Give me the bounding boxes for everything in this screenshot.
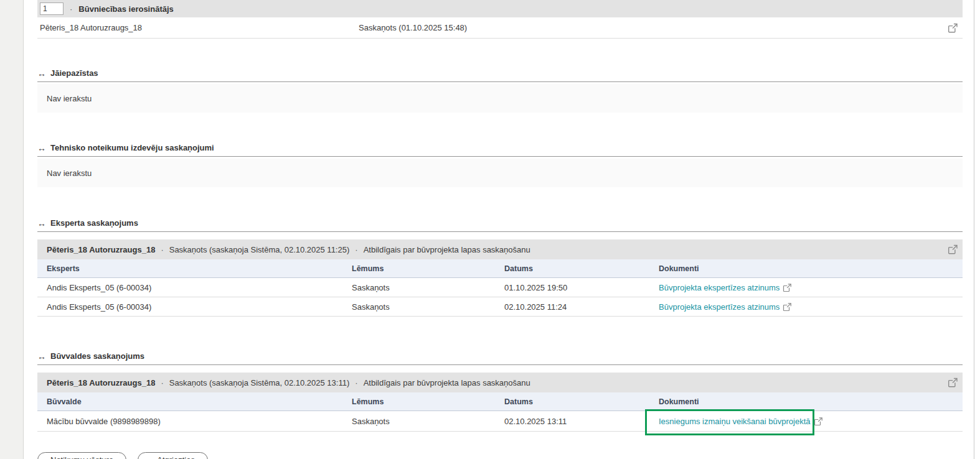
initiator-section-title: Būvniecības ierosinātājs — [78, 4, 173, 14]
column-header: Dokumenti — [649, 264, 963, 273]
vertical-scrollbar[interactable] — [974, 0, 974, 459]
date: 01.10.2025 19:50 — [495, 283, 649, 292]
section-heading-jaiepazistas: ↔ Jāiepazīstas — [37, 68, 963, 82]
participant-role: Atbildīgais par būvprojekta lapas saskaņ… — [364, 378, 530, 387]
column-header: Datums — [495, 264, 649, 273]
open-external-icon — [783, 302, 792, 312]
date: 02.10.2025 13:11 — [495, 417, 649, 426]
participant-status: Saskaņots (saskaņoja Sistēma, 02.10.2025… — [169, 245, 350, 254]
column-header: Lēmums — [342, 264, 495, 273]
participant-name: Pēteris_18 Autoruzraugs_18 — [47, 378, 155, 387]
separator-dot: · — [355, 245, 357, 254]
decision: Saskaņots — [342, 283, 495, 292]
document-link-label: Iesniegums izmaiņu veikšanai būvprojektā — [659, 417, 811, 426]
decision: Saskaņots — [342, 417, 495, 426]
separator-dot: · — [355, 378, 357, 387]
empty-state-row: Nav ierakstu — [37, 84, 963, 113]
date: 02.10.2025 11:24 — [495, 302, 649, 312]
column-header: Eksperts — [37, 264, 342, 273]
table-row: Mācību būvvalde (9898989898) Saskaņots 0… — [37, 411, 963, 432]
document-link[interactable]: Būvprojekta ekspertīzes atzinums — [659, 302, 792, 312]
participant-role: Atbildīgais par būvprojekta lapas saskaņ… — [364, 245, 530, 254]
expand-arrows-icon: ↔ — [37, 144, 46, 152]
section-heading-tehnisko: ↔ Tehnisko noteikumu izdevēju saskaņojum… — [37, 143, 963, 157]
document-link-label: Būvprojekta ekspertīzes atzinums — [659, 283, 780, 292]
section-heading-buvvaldes: ↔ Būvvaldes saskaņojums — [37, 351, 963, 365]
empty-state-row: Nav ierakstu — [37, 159, 963, 187]
column-header: Datums — [495, 397, 649, 406]
buvvalde-table-header: Būvvalde Lēmums Datums Dokumenti — [37, 392, 963, 411]
expert-name: Andis Eksperts_05 (6-00034) — [37, 283, 342, 292]
back-button[interactable]: « Atgriezties — [138, 452, 208, 459]
document-link-label: Būvprojekta ekspertīzes atzinums — [659, 302, 780, 312]
section-title: Jāiepazīstas — [50, 68, 98, 78]
column-header: Būvvalde — [37, 397, 342, 406]
table-row: Andis Eksperts_05 (6-00034) Saskaņots 02… — [37, 297, 963, 317]
empty-state-text: Nav ierakstu — [47, 94, 92, 103]
left-sidebar-strip — [0, 0, 24, 459]
initiator-status: Saskaņots (01.10.2025 15:48) — [349, 23, 467, 32]
section-title: Tehnisko noteikumu izdevēju saskaņojumi — [50, 143, 214, 152]
open-external-icon[interactable] — [948, 244, 958, 255]
separator-dot: · — [70, 4, 72, 14]
separator-dot: · — [161, 378, 163, 387]
decision: Saskaņots — [342, 302, 495, 312]
column-header: Dokumenti — [649, 397, 963, 406]
expert-participant-bar: Pēteris_18 Autoruzraugs_18 · Saskaņots (… — [37, 239, 963, 259]
column-header: Lēmums — [342, 397, 495, 406]
section-heading-eksperta: ↔ Eksperta saskaņojums — [37, 218, 963, 232]
open-external-icon — [783, 283, 792, 292]
separator-dot: · — [161, 245, 163, 254]
expand-arrows-icon: ↔ — [37, 69, 46, 78]
initiator-name: Pēteris_18 Autoruzraugs_18 — [37, 23, 349, 32]
initiator-row: Pēteris_18 Autoruzraugs_18 Saskaņots (01… — [37, 17, 963, 39]
open-external-icon[interactable] — [948, 378, 958, 388]
section-title: Eksperta saskaņojums — [50, 218, 138, 228]
expert-name: Andis Eksperts_05 (6-00034) — [37, 302, 342, 312]
buvvalde-participant-bar: Pēteris_18 Autoruzraugs_18 · Saskaņots (… — [37, 373, 963, 392]
open-external-icon — [814, 417, 823, 426]
expand-arrows-icon: ↔ — [37, 352, 46, 361]
table-row: Andis Eksperts_05 (6-00034) Saskaņots 01… — [37, 278, 963, 297]
document-link[interactable]: Būvprojekta ekspertīzes atzinums — [659, 283, 792, 292]
buvvalde-name: Mācību būvvalde (9898989898) — [37, 417, 342, 426]
document-link[interactable]: Iesniegums izmaiņu veikšanai būvprojektā — [659, 417, 823, 426]
participant-name: Pēteris_18 Autoruzraugs_18 — [47, 245, 155, 254]
section-title: Būvvaldes saskaņojums — [50, 351, 144, 361]
participant-status: Saskaņots (saskaņoja Sistēma, 02.10.2025… — [169, 378, 350, 387]
expert-table-header: Eksperts Lēmums Datums Dokumenti — [37, 259, 963, 278]
order-number-input[interactable] — [40, 2, 64, 15]
empty-state-text: Nav ierakstu — [47, 169, 92, 178]
main-content: · Būvniecības ierosinātājs Pēteris_18 Au… — [37, 0, 963, 459]
initiator-section-bar: · Būvniecības ierosinātājs — [37, 0, 963, 17]
open-external-icon[interactable] — [948, 22, 958, 33]
expand-arrows-icon: ↔ — [37, 219, 46, 228]
footer-actions: Notikumu vēsture « Atgriezties — [37, 452, 963, 459]
event-history-button[interactable]: Notikumu vēsture — [37, 452, 126, 459]
